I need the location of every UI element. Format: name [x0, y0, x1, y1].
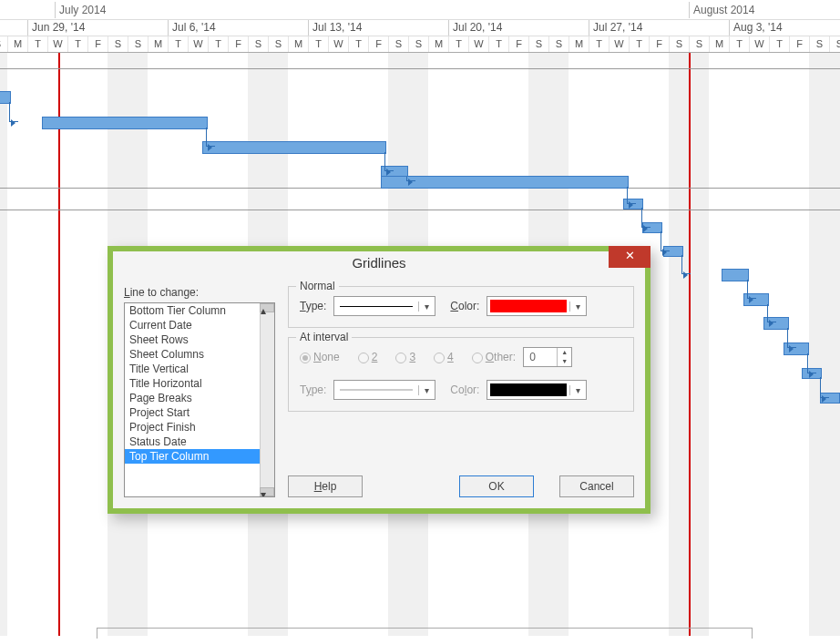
listbox-scrollbar[interactable]: ▴ ▾ — [260, 303, 274, 496]
scroll-down-icon[interactable]: ▾ — [260, 487, 274, 496]
list-item[interactable]: Title Horizontal — [125, 376, 274, 391]
interval-color-label: Color: — [450, 383, 479, 396]
normal-group: Normal Type: ▾ Color: ▾ — [288, 286, 634, 328]
day-label: W — [47, 36, 67, 52]
cancel-button[interactable]: Cancel — [559, 475, 634, 497]
scroll-up-icon[interactable]: ▴ — [260, 303, 274, 312]
arrow-right-icon — [629, 201, 633, 209]
list-item[interactable]: Project Finish — [125, 420, 274, 434]
interval-other-spinner[interactable]: 0 ▲▼ — [523, 347, 572, 367]
chevron-down-icon: ▾ — [418, 385, 435, 395]
list-item[interactable]: Page Breaks — [125, 391, 274, 405]
month-label: July 2014 — [55, 2, 109, 18]
top-tier-gridline — [58, 53, 60, 636]
interval-type-label: Type: — [300, 383, 326, 396]
day-label: S — [248, 36, 268, 52]
day-label: S — [388, 36, 408, 52]
day-label: W — [188, 36, 208, 52]
day-label: S — [108, 36, 128, 52]
arrow-right-icon — [683, 271, 688, 279]
line-to-change-listbox[interactable]: Bottom Tier ColumnCurrent DateSheet Rows… — [124, 302, 275, 497]
day-label: W — [328, 36, 348, 52]
list-item[interactable]: Title Vertical — [125, 362, 274, 376]
arrow-right-icon — [809, 371, 814, 378]
day-label: F — [649, 36, 669, 52]
day-label: T — [589, 36, 609, 52]
arrow-right-icon — [408, 179, 413, 186]
week-label: Jun 29, '14 — [27, 20, 88, 36]
day-label: S — [528, 36, 548, 52]
task-bar[interactable] — [722, 269, 749, 281]
list-item[interactable]: Project Start — [125, 405, 274, 420]
task-bar[interactable] — [202, 141, 386, 154]
task-bar[interactable] — [381, 176, 629, 189]
normal-legend: Normal — [296, 280, 339, 292]
close-icon: ✕ — [625, 249, 635, 262]
arrow-right-icon — [643, 225, 648, 232]
bottom-scrollbar[interactable] — [97, 628, 753, 639]
interval-other-radio[interactable]: Other: — [472, 351, 516, 363]
day-label: M — [7, 36, 27, 52]
day-label: T — [27, 36, 47, 52]
day-label: S — [669, 36, 689, 52]
day-label: F — [508, 36, 528, 52]
interval-4-radio[interactable]: 4 — [434, 351, 454, 363]
day-label: T — [448, 36, 468, 52]
day-label: S — [128, 36, 148, 52]
day-label: T — [308, 36, 328, 52]
help-button[interactable]: Help — [288, 475, 363, 497]
interval-type-dropdown[interactable]: ▾ — [333, 380, 435, 400]
day-label: T — [488, 36, 508, 52]
arrow-right-icon — [769, 320, 773, 327]
list-item[interactable]: Sheet Rows — [125, 332, 274, 347]
row-divider — [0, 210, 840, 210]
normal-type-label: Type: — [300, 300, 326, 312]
day-label: T — [348, 36, 368, 52]
normal-color-dropdown[interactable]: ▾ — [487, 296, 587, 316]
day-label: T — [168, 36, 188, 52]
row-divider — [0, 68, 840, 69]
interval-3-radio[interactable]: 3 — [395, 351, 415, 363]
weekend-band — [0, 53, 7, 636]
top-tier-gridline — [689, 53, 691, 636]
line-to-change-label: Line to change: — [124, 286, 275, 299]
month-label: August 2014 — [689, 2, 758, 18]
days-header: SMTWTFSSMTWTFSSMTWTFSSMTWTFSSMTWTFSSMTWT… — [0, 36, 840, 53]
list-item[interactable]: Status Date — [125, 434, 274, 449]
day-label: S — [268, 36, 288, 52]
day-label: W — [468, 36, 488, 52]
day-label: S — [408, 36, 428, 52]
chevron-down-icon: ▾ — [569, 302, 586, 312]
interval-none-radio[interactable]: None — [300, 351, 340, 363]
close-button[interactable]: ✕ — [609, 246, 650, 268]
interval-2-radio[interactable]: 2 — [358, 351, 378, 363]
normal-color-label: Color: — [450, 300, 479, 312]
weekend-band — [669, 53, 689, 636]
day-label: S — [0, 36, 7, 52]
arrow-right-icon — [789, 345, 794, 353]
day-label: T — [208, 36, 228, 52]
chevron-down-icon: ▾ — [418, 302, 435, 312]
day-label: F — [228, 36, 248, 52]
spinner-buttons[interactable]: ▲▼ — [557, 348, 571, 366]
weekend-band — [829, 53, 840, 636]
list-item[interactable]: Bottom Tier Column — [125, 303, 274, 318]
normal-type-dropdown[interactable]: ▾ — [333, 296, 435, 316]
weekend-band — [689, 53, 709, 636]
week-label: Jul 13, '14 — [308, 20, 365, 36]
weeks-header: Jun 29, '14Jul 6, '14Jul 13, '14Jul 20, … — [0, 20, 840, 36]
list-item[interactable]: Top Tier Column — [125, 449, 274, 464]
list-item[interactable]: Sheet Columns — [125, 347, 274, 362]
list-item[interactable]: Current Date — [125, 318, 274, 332]
day-label: W — [609, 36, 629, 52]
day-label: F — [789, 36, 809, 52]
week-label: Aug 3, '14 — [729, 20, 786, 36]
interval-color-dropdown[interactable]: ▾ — [487, 380, 587, 400]
arrow-right-icon — [662, 249, 667, 256]
day-label: M — [428, 36, 448, 52]
day-label: S — [548, 36, 569, 52]
task-bar[interactable] — [42, 117, 208, 129]
day-label: F — [368, 36, 388, 52]
ok-button[interactable]: OK — [459, 475, 534, 497]
week-label: Jul 27, '14 — [589, 20, 646, 36]
